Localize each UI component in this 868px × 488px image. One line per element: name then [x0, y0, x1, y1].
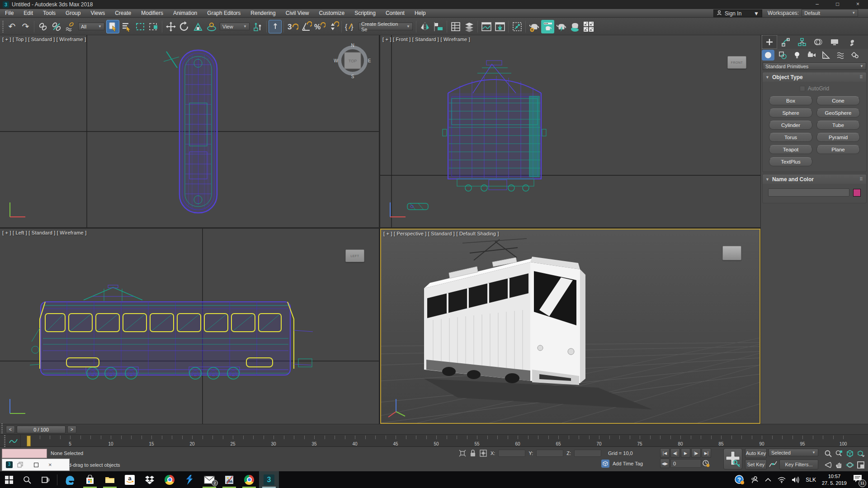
curve-editor-icon[interactable] — [480, 20, 493, 33]
dropbox-icon[interactable] — [140, 471, 160, 488]
zoom-extents-all-icon[interactable] — [857, 450, 865, 458]
unlink-selection-icon[interactable] — [50, 20, 63, 33]
viewport-left-label[interactable]: [ + ] [ Left ] [ Standard ] [ Wireframe … — [2, 230, 86, 235]
popup-maximize-icon[interactable] — [34, 463, 38, 467]
compass-n[interactable]: N — [351, 43, 354, 48]
tram-wireframe-left[interactable] — [30, 285, 313, 379]
render-in-cloud-icon[interactable] — [568, 20, 581, 33]
lightning-app-icon[interactable] — [179, 471, 199, 488]
photos-app-icon[interactable] — [219, 471, 239, 488]
select-object-icon[interactable] — [106, 20, 119, 33]
current-frame-marker[interactable] — [27, 436, 31, 446]
cylinder-button[interactable]: Cylinder — [769, 121, 812, 130]
torus-button[interactable]: Torus — [769, 133, 812, 142]
popup-close-icon[interactable]: × — [48, 461, 52, 468]
align-icon[interactable] — [432, 20, 445, 33]
pyramid-button[interactable]: Pyramid — [816, 133, 860, 142]
menu-group[interactable]: Group — [61, 9, 85, 18]
viewport-top[interactable]: [ + ] [ Top ] [ Standard ] [ Wireframe ] — [0, 35, 379, 227]
snaps-toggle-icon[interactable]: 3 — [286, 20, 299, 33]
subtab-geometry[interactable] — [762, 50, 774, 61]
language-indicator[interactable]: SLK — [806, 477, 816, 483]
viewport-top-canvas[interactable] — [0, 35, 379, 227]
default-in-out-tangents-icon[interactable] — [769, 460, 778, 469]
maximize-viewport-toggle-icon[interactable] — [857, 461, 865, 469]
taskbar-clock[interactable]: 10:57 27. 5. 2019 — [822, 473, 847, 486]
add-time-tag-label[interactable]: Add Time Tag — [613, 461, 643, 466]
pan-hand-icon[interactable] — [835, 461, 843, 469]
tube-button[interactable]: Tube — [816, 121, 860, 130]
cone-button[interactable]: Cone — [816, 96, 860, 105]
box-button[interactable]: Box — [769, 96, 812, 105]
tab-display[interactable] — [827, 35, 842, 49]
close-button[interactable]: × — [848, 0, 868, 9]
key-mode-toggle[interactable]: ◀▶ — [660, 459, 670, 468]
menu-civil-view[interactable]: Civil View — [281, 9, 314, 18]
menu-customize[interactable]: Customize — [314, 9, 350, 18]
chrome-icon[interactable] — [160, 471, 179, 488]
viewport-front-canvas[interactable] — [380, 35, 760, 227]
select-by-name-icon[interactable] — [120, 20, 133, 33]
menu-edit[interactable]: Edit — [19, 9, 38, 18]
rendered-frame-window-icon[interactable] — [541, 20, 554, 33]
viewcube-left-box[interactable]: LEFT — [345, 249, 364, 262]
autogrid-checkbox[interactable] — [800, 86, 805, 91]
mirror-icon[interactable] — [418, 20, 431, 33]
viewport-perspective-label[interactable]: [ + ] [ Perspective ] [ Standard ] [ Def… — [383, 231, 499, 236]
subtab-helpers[interactable] — [820, 50, 832, 61]
menu-scripting[interactable]: Scripting — [349, 9, 381, 18]
viewport-front-label[interactable]: [ + ] [ Front ] [ Standard ] [ Wireframe… — [382, 37, 470, 42]
scene-explorer-icon[interactable] — [449, 20, 462, 33]
people-icon[interactable] — [750, 476, 759, 484]
menu-views[interactable]: Views — [85, 9, 110, 18]
action-center-icon[interactable]: 11 — [853, 474, 864, 486]
object-color-swatch[interactable] — [853, 189, 861, 197]
trackbar-grip[interactable] — [4, 435, 5, 447]
subtab-cameras[interactable] — [805, 50, 818, 61]
named-selection-dropdown[interactable]: Create Selection Se ▼ — [359, 23, 413, 30]
next-frame-button[interactable]: |▶ — [691, 448, 701, 458]
go-to-start-button[interactable]: |◀ — [660, 448, 670, 458]
auto-key-button[interactable]: Auto Key — [745, 448, 767, 458]
z-coordinate-field[interactable] — [574, 450, 601, 457]
orbit-icon[interactable] — [846, 461, 854, 469]
prev-frame-button[interactable]: < — [6, 426, 15, 433]
key-filters-button[interactable]: Key Filters... — [779, 460, 818, 469]
teapot-button[interactable]: Teapot — [769, 145, 812, 154]
isolate-selection-icon[interactable] — [458, 449, 467, 457]
name-color-header[interactable]: ▼ Name and Color ⠿ — [763, 174, 866, 184]
selection-lock-icon[interactable] — [470, 449, 476, 457]
select-and-rotate-icon[interactable] — [178, 20, 191, 33]
tab-hierarchy[interactable] — [794, 35, 810, 49]
field-of-view-icon[interactable] — [824, 461, 832, 469]
zoom-icon[interactable] — [824, 450, 832, 458]
time-configuration-icon[interactable] — [702, 460, 710, 468]
track-bar[interactable]: 0510152025303540455055606570758085909510… — [0, 434, 868, 447]
wifi-icon[interactable] — [778, 477, 786, 483]
chrome-icon-2[interactable] — [239, 471, 259, 488]
window-crossing-icon[interactable] — [147, 20, 160, 33]
geosphere-button[interactable]: GeoSphere — [816, 108, 860, 117]
tram-wireframe-front[interactable] — [443, 61, 546, 191]
sign-in-button[interactable]: Sign In ▼ — [713, 9, 762, 17]
mail-icon[interactable]: 2 — [199, 471, 219, 488]
select-and-scale-icon[interactable] — [191, 20, 204, 33]
viewport-top-label[interactable]: [ + ] [ Top ] [ Standard ] [ Wireframe ] — [2, 37, 86, 42]
maxscript-macro-recorder[interactable] — [2, 449, 47, 458]
help-notification-icon[interactable]: ? — [735, 475, 745, 485]
menu-graph-editors[interactable]: Graph Editors — [202, 9, 245, 18]
render-presets-icon[interactable] — [582, 20, 595, 33]
set-keys-button[interactable] — [723, 448, 742, 469]
subtab-lights[interactable] — [791, 50, 803, 61]
menu-help[interactable]: Help — [410, 9, 431, 18]
viewcube-compass[interactable]: TOP N S W E — [334, 42, 372, 80]
textplus-button[interactable]: TextPlus — [769, 157, 812, 166]
tab-motion[interactable] — [811, 35, 826, 49]
select-and-place-icon[interactable] — [205, 20, 218, 33]
viewcube-front-box[interactable]: FRONT — [727, 56, 746, 69]
viewport-perspective[interactable]: [ + ] [ Perspective ] [ Standard ] [ Def… — [380, 229, 760, 424]
file-explorer-icon[interactable] — [100, 471, 120, 488]
select-and-manipulate-icon[interactable] — [269, 20, 282, 33]
key-filter-selection-dropdown[interactable]: Selected ▼ — [769, 449, 818, 456]
subtab-systems[interactable] — [849, 50, 861, 61]
